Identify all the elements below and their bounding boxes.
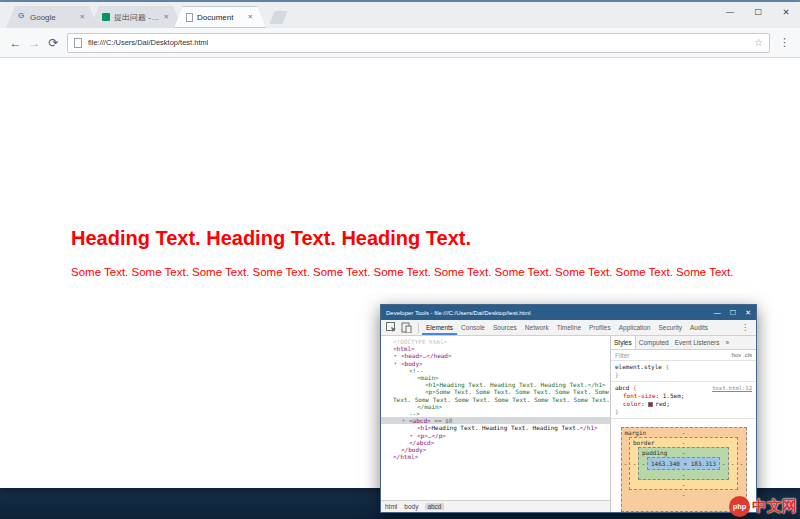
color-swatch[interactable] bbox=[648, 402, 653, 407]
close-icon[interactable]: ✕ bbox=[772, 2, 800, 22]
border-left-value[interactable]: - bbox=[631, 460, 638, 467]
device-toolbar-icon[interactable] bbox=[400, 322, 413, 333]
margin-bottom-value[interactable]: - bbox=[682, 491, 686, 498]
margin-right-value[interactable]: - bbox=[738, 460, 745, 467]
sidebar-tab-styles[interactable]: Styles bbox=[611, 336, 636, 349]
property-name: color bbox=[623, 400, 641, 407]
dom-tree-line[interactable]: <html> bbox=[381, 345, 610, 352]
dom-tree-line[interactable]: </abcd> bbox=[381, 439, 610, 446]
box-model-border[interactable]: border - - padding - bbox=[629, 437, 738, 490]
dom-tree-line[interactable]: --> bbox=[381, 410, 610, 417]
dom-tree-line[interactable]: <h1>Heading Text. Heading Text. Heading … bbox=[381, 424, 610, 431]
margin-left-value[interactable]: - bbox=[622, 460, 629, 467]
dom-tree-line[interactable]: <!DOCTYPE html> bbox=[381, 338, 610, 345]
rule-source-link[interactable]: test.html:12 bbox=[712, 384, 752, 392]
margin-label: margin bbox=[625, 428, 647, 437]
sidebar-tab-computed[interactable]: Computed bbox=[636, 336, 672, 349]
rule-selector[interactable]: element.style bbox=[615, 363, 662, 370]
tab-close-icon[interactable]: ✕ bbox=[80, 13, 85, 21]
forward-icon[interactable]: → bbox=[25, 36, 44, 50]
dom-tree: <!DOCTYPE html><html>▸<head>…</head>▾<bo… bbox=[381, 336, 610, 500]
devtools-close-icon[interactable]: ✕ bbox=[745, 309, 751, 316]
expand-right-icon[interactable]: ▸ bbox=[410, 432, 413, 439]
reload-icon[interactable]: ⟳ bbox=[44, 36, 63, 50]
dom-segment: <abcd> bbox=[409, 417, 431, 424]
border-top-value[interactable]: - bbox=[682, 439, 686, 446]
rule-selector[interactable]: abcd bbox=[615, 384, 629, 391]
url-text[interactable]: file:///C:/Users/Dai/Desktop/test.html bbox=[88, 38, 208, 47]
dom-segment: <p> bbox=[417, 432, 428, 439]
dom-segment: Text. Some Text. Some Text. Some Text. S… bbox=[393, 396, 610, 403]
new-tab-button[interactable] bbox=[269, 11, 287, 24]
address-bar[interactable]: file:///C:/Users/Dai/Desktop/test.html ☆ bbox=[67, 33, 770, 53]
padding-top-value[interactable]: - bbox=[682, 449, 686, 456]
devtools-tab-profiles[interactable]: Profiles bbox=[585, 320, 615, 335]
dom-tree-line[interactable]: <main> bbox=[381, 374, 610, 381]
dom-segment: --> bbox=[409, 410, 420, 417]
devtools-tab-security[interactable]: Security bbox=[655, 320, 686, 335]
padding-left-value[interactable]: - bbox=[640, 460, 647, 467]
pseudo-class-toggles[interactable]: :hov .cls bbox=[730, 352, 752, 358]
margin-top-value[interactable]: - bbox=[682, 429, 686, 436]
breadcrumb-html[interactable]: html bbox=[385, 503, 397, 510]
php-cn-watermark: php 中文网 bbox=[729, 496, 797, 517]
back-icon[interactable]: ← bbox=[6, 36, 25, 50]
devtools-maximize-icon[interactable]: ☐ bbox=[730, 309, 736, 316]
dom-tree-line[interactable]: ▸<head>…</head> bbox=[381, 352, 610, 359]
box-model-content[interactable]: 1463.340 × 183.313 bbox=[647, 457, 720, 470]
breadcrumb-abcd[interactable]: abcd bbox=[425, 503, 443, 510]
devtools-tab-audits[interactable]: Audits bbox=[686, 320, 712, 335]
expand-down-icon[interactable]: ▾ bbox=[402, 417, 405, 424]
devtools-tab-elements[interactable]: Elements bbox=[422, 320, 457, 335]
dom-tree-line[interactable]: </body> bbox=[381, 446, 610, 453]
sidebar-tab-»[interactable]: » bbox=[723, 336, 733, 349]
styles-filter-input[interactable]: Filter bbox=[615, 352, 629, 359]
dom-tree-line[interactable]: <p>Some Text. Some Text. Some Text. Some… bbox=[381, 388, 610, 395]
devtools-tab-console[interactable]: Console bbox=[457, 320, 489, 335]
dom-segment: <body> bbox=[401, 360, 423, 367]
devtools-tab-sources[interactable]: Sources bbox=[489, 320, 521, 335]
border-right-value[interactable]: - bbox=[729, 460, 736, 467]
box-model-padding[interactable]: padding - - 1463.340 × 183.313 - bbox=[638, 447, 729, 480]
padding-right-value[interactable]: - bbox=[720, 460, 727, 467]
inspect-element-icon[interactable] bbox=[385, 322, 398, 333]
devtools-titlebar[interactable]: Developer Tools - file:///C:/Users/Dai/D… bbox=[381, 305, 756, 320]
browser-toolbar: ← → ⟳ file:///C:/Users/Dai/Desktop/test.… bbox=[0, 28, 800, 58]
browser-tab[interactable]: Document✕ bbox=[174, 6, 266, 28]
devtools-kebab-icon[interactable]: ⋮ bbox=[738, 323, 752, 332]
dom-tree-line[interactable]: <!-- bbox=[381, 367, 610, 374]
dom-tree-line[interactable]: ▾<body> bbox=[381, 360, 610, 367]
box-model-margin[interactable]: margin - - border - - bbox=[621, 427, 747, 512]
border-bottom-value[interactable]: - bbox=[682, 481, 686, 488]
bookmark-star-icon[interactable]: ☆ bbox=[754, 37, 763, 48]
browser-menu-icon[interactable]: ⋮ bbox=[776, 36, 794, 49]
tab-close-icon[interactable]: ✕ bbox=[164, 13, 169, 21]
padding-bottom-value[interactable]: - bbox=[682, 471, 686, 478]
devtools-tab-network[interactable]: Network bbox=[521, 320, 553, 335]
browser-tab[interactable]: Google✕ bbox=[6, 6, 98, 28]
devtools-minimize-icon[interactable]: — bbox=[714, 309, 721, 316]
breadcrumb-body[interactable]: body bbox=[404, 503, 418, 510]
close-brace: } bbox=[615, 408, 752, 416]
expand-right-icon[interactable]: ▸ bbox=[394, 352, 397, 359]
browser-tab[interactable]: 提出问题 - SegmentFa…✕ bbox=[90, 6, 182, 28]
dom-segment: <html> bbox=[393, 345, 415, 352]
dom-tree-line[interactable]: ▾<abcd> == $0 bbox=[381, 417, 610, 424]
devtools-tab-application[interactable]: Application bbox=[615, 320, 655, 335]
minimize-icon[interactable]: — bbox=[716, 2, 744, 22]
css-property[interactable]: font-size: 1.5em; bbox=[615, 392, 752, 400]
dom-tree-line[interactable]: </html> bbox=[381, 453, 610, 460]
property-name: font-size bbox=[623, 392, 656, 399]
dom-segment: <!DOCTYPE html> bbox=[393, 338, 447, 345]
devtools-tab-timeline[interactable]: Timeline bbox=[553, 320, 585, 335]
maximize-icon[interactable]: ☐ bbox=[744, 2, 772, 22]
dom-tree-line[interactable]: Text. Some Text. Some Text. Some Text. S… bbox=[381, 396, 610, 403]
dom-tree-line[interactable]: <h1>Heading Text. Heading Text. Heading … bbox=[381, 381, 610, 388]
tab-label: 提出问题 - SegmentFa… bbox=[114, 12, 160, 23]
tab-close-icon[interactable]: ✕ bbox=[248, 13, 253, 21]
expand-down-icon[interactable]: ▾ bbox=[394, 360, 397, 367]
css-property[interactable]: color: red; bbox=[615, 400, 752, 408]
dom-tree-line[interactable]: </main> bbox=[381, 403, 610, 410]
sidebar-tab-event-listeners[interactable]: Event Listeners bbox=[672, 336, 723, 349]
dom-tree-line[interactable]: ▸<p>…</p> bbox=[381, 432, 610, 439]
